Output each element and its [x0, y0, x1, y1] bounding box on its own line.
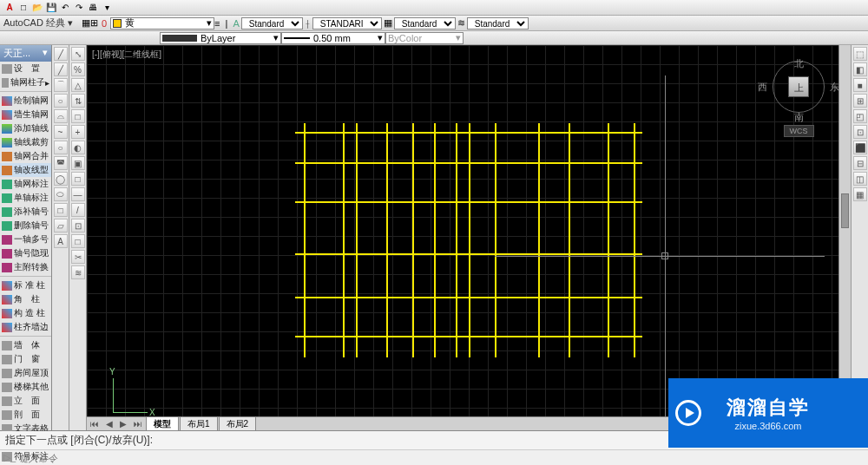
right-tool-button[interactable]: ⬚ — [853, 47, 867, 61]
palette-item[interactable]: 一轴多号 — [0, 232, 51, 246]
right-tool-button[interactable]: ⊡ — [853, 125, 867, 139]
palette-item[interactable]: 墙生轴网 — [0, 108, 51, 121]
palette-item[interactable]: 轴网柱子▸ — [0, 75, 51, 89]
palette-item[interactable]: 设 置 — [0, 62, 51, 75]
qat-redo-icon[interactable]: ↷ — [73, 2, 85, 14]
draw-tool-button[interactable]: □ — [54, 203, 68, 217]
viewcube[interactable]: 北 南 西 东 上 WCS — [755, 49, 842, 153]
ml-style-icon[interactable]: ≋ — [457, 17, 465, 29]
quick-access-toolbar[interactable]: A □ 📂 💾 ↶ ↷ 🖶 ▾ — [0, 0, 868, 16]
modify-tool-button[interactable]: / — [71, 203, 85, 217]
color-bylayer[interactable]: ByLayer▾ — [160, 32, 281, 44]
tablestyle-combo[interactable]: Standard — [394, 17, 456, 29]
draw-tool-button[interactable]: ╱ — [54, 62, 68, 76]
qat-save-icon[interactable]: 💾 — [45, 2, 57, 14]
text-style-icon[interactable]: A — [233, 18, 239, 29]
lineweight-combo[interactable]: 0.50 mm▾ — [281, 32, 385, 44]
draw-tool-button[interactable]: A — [54, 234, 68, 248]
modify-tool-button[interactable]: □ — [71, 234, 85, 248]
palette-item[interactable]: 标 准 柱 — [0, 278, 51, 292]
modify-tool-button[interactable]: △ — [71, 78, 85, 92]
tab-next-icon[interactable]: ▶ — [116, 419, 130, 429]
workspace-label[interactable]: AutoCAD 经典 ▾ — [3, 16, 73, 29]
draw-tool-button[interactable]: ▱ — [54, 219, 68, 232]
modify-tool-button[interactable]: ✂ — [71, 250, 85, 264]
modify-tool-button[interactable]: ◐ — [71, 141, 85, 154]
palette-item[interactable]: 添加轴线 — [0, 121, 51, 135]
qat-more-icon[interactable]: ▾ — [101, 2, 113, 14]
right-tool-button[interactable]: ▦ — [853, 187, 867, 201]
palette-item[interactable]: 绘制轴网 — [0, 94, 51, 108]
right-tool-button[interactable]: ■ — [853, 78, 867, 92]
vertical-scrollbar[interactable] — [838, 45, 851, 416]
palette-item[interactable]: 轴改线型 — [0, 163, 51, 177]
tab-last-icon[interactable]: ⏭ — [130, 419, 146, 429]
command-input[interactable] — [19, 453, 865, 463]
draw-tool-button[interactable]: ⌓ — [54, 109, 68, 123]
palette-item[interactable]: 房间屋顶 — [0, 366, 51, 380]
layer-selector[interactable]: 黄 ▾ — [110, 17, 214, 29]
viewcube-top-face[interactable]: 上 — [788, 76, 809, 97]
right-tool-button[interactable]: ◫ — [853, 172, 867, 186]
palette-item[interactable]: 角 柱 — [0, 292, 51, 306]
palette-item[interactable]: 立 面 — [0, 394, 51, 408]
palette-item[interactable]: 构 造 柱 — [0, 306, 51, 320]
draw-tool-button[interactable]: ⌒ — [54, 78, 68, 92]
right-tool-button[interactable]: ⊞ — [853, 94, 867, 108]
mlstyle-combo[interactable]: Standard — [467, 17, 529, 29]
right-tool-button[interactable]: ⬛ — [853, 141, 867, 154]
palette-item[interactable]: 删除轴号 — [0, 219, 51, 232]
layer-tools-icon[interactable]: ▦ — [82, 17, 90, 29]
modify-tool-button[interactable]: ⇅ — [71, 94, 85, 108]
tab-first-icon[interactable]: ⏮ — [87, 419, 102, 429]
textstyle-combo[interactable]: Standard — [241, 17, 303, 29]
modify-tool-button[interactable]: ▣ — [71, 156, 85, 170]
right-tool-button[interactable]: ⊟ — [853, 156, 867, 170]
tab-model[interactable]: 模型 — [146, 416, 179, 430]
drawing-canvas[interactable]: [-][俯视][二维线框] Y X 北 南 西 东 上 WCS ⏮ — [87, 45, 851, 430]
draw-tool-button[interactable]: ◯ — [54, 172, 68, 186]
qat-print-icon[interactable]: 🖶 — [87, 2, 99, 14]
modify-tool-button[interactable]: ⤡ — [71, 47, 85, 61]
tab-layout2[interactable]: 布局2 — [219, 416, 257, 430]
palette-item[interactable]: 楼梯其他 — [0, 380, 51, 394]
right-tool-button[interactable]: ◧ — [853, 62, 867, 76]
palette-item[interactable]: 门 窗 — [0, 352, 51, 366]
palette-item[interactable]: 主附转换 — [0, 260, 51, 274]
qat-new-icon[interactable]: □ — [17, 2, 30, 14]
modify-tool-button[interactable]: % — [71, 62, 85, 76]
draw-tool-button[interactable]: ╱ — [54, 47, 68, 61]
viewport-label[interactable]: [-][俯视][二维线框] — [92, 49, 161, 61]
palette-item[interactable]: 轴网标注 — [0, 177, 51, 191]
modify-tool-button[interactable]: □ — [71, 172, 85, 186]
palette-item[interactable]: 轴网合并 — [0, 149, 51, 163]
qat-undo-icon[interactable]: ↶ — [59, 2, 71, 14]
palette-item[interactable]: 单轴标注 — [0, 191, 51, 205]
palette-item[interactable]: 剖 面 — [0, 408, 51, 422]
draw-tool-button[interactable]: ○ — [54, 141, 68, 154]
palette-item[interactable]: 轴号隐现 — [0, 246, 51, 260]
draw-tool-button[interactable]: ◚ — [54, 156, 68, 170]
table-style-icon[interactable]: ▦ — [384, 17, 392, 29]
tab-prev-icon[interactable]: ◀ — [102, 419, 116, 429]
modify-tool-button[interactable]: + — [71, 125, 85, 139]
palette-header[interactable]: 天正...▾ — [0, 45, 51, 62]
modify-tool-button[interactable]: — — [71, 187, 85, 201]
palette-item[interactable]: 墙 体 — [0, 338, 51, 352]
plotstyle-combo[interactable]: ByColor▾ — [385, 32, 464, 44]
dimstyle-combo[interactable]: STANDARI — [312, 17, 382, 29]
wcs-label[interactable]: WCS — [784, 125, 814, 137]
draw-tool-button[interactable]: ~ — [54, 125, 68, 139]
app-icon[interactable]: A — [3, 2, 16, 14]
draw-tool-button[interactable]: ⬭ — [54, 187, 68, 201]
draw-tool-button[interactable]: ○ — [54, 94, 68, 108]
palette-item[interactable]: 轴线裁剪 — [0, 135, 51, 149]
palette-item[interactable]: 柱齐墙边 — [0, 320, 51, 334]
modify-tool-button[interactable]: ≋ — [71, 265, 85, 279]
tab-layout1[interactable]: 布局1 — [180, 416, 218, 430]
layer-states-icon[interactable]: ⊞ — [90, 17, 98, 29]
modify-tool-button[interactable]: ⊡ — [71, 219, 85, 232]
dim-style-icon[interactable]: ⟊ — [305, 18, 311, 29]
qat-open-icon[interactable]: 📂 — [31, 2, 43, 14]
right-tool-button[interactable]: ◰ — [853, 109, 867, 123]
